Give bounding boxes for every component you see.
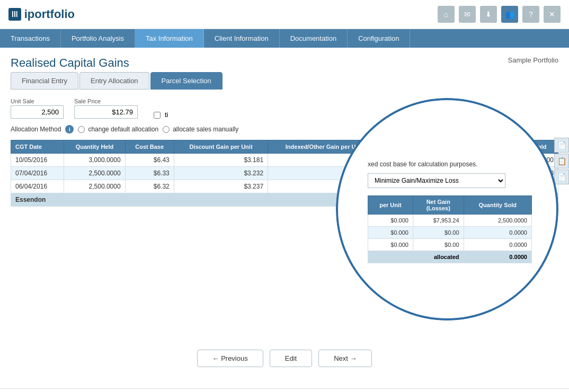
help-icon[interactable]: ? bbox=[522, 6, 539, 23]
allocation-method-label: Allocation Method bbox=[11, 126, 61, 133]
th-cgt-date: CGT Date bbox=[11, 140, 64, 154]
zoom-description: xed cost base for calculation purposes. bbox=[368, 161, 532, 168]
td-cgt-date: 07/04/2016 bbox=[11, 167, 64, 180]
zoom-td-qty-sold: 0.0000 bbox=[464, 239, 531, 251]
nav-configuration[interactable]: Configuration bbox=[348, 29, 410, 48]
nav-transactions[interactable]: Transactions bbox=[0, 29, 61, 48]
unit-sale-label: Unit Sale bbox=[11, 98, 64, 104]
th-cost-base: Cost Base bbox=[125, 140, 174, 154]
unit-sale-input[interactable] bbox=[11, 105, 64, 119]
logo-icon: lll bbox=[8, 8, 21, 21]
zoom-th-per-unit: per Unit bbox=[368, 196, 413, 215]
tab-financial-entry[interactable]: Financial Entry bbox=[11, 72, 78, 90]
zoom-table-row: $0.000 $0.00 0.0000 bbox=[368, 239, 532, 251]
zoom-td-qty-sold: 2,500.0000 bbox=[464, 215, 531, 227]
tabs: Financial Entry Entry Allocation Parcel … bbox=[11, 72, 558, 90]
td-cgt-date: 06/04/2016 bbox=[11, 180, 64, 193]
td-cost-base: $6.32 bbox=[125, 180, 174, 193]
zoom-footer-label: allocated bbox=[368, 251, 464, 263]
zoom-table: per Unit Net Gain(Losses) Quantity Sold … bbox=[368, 195, 532, 263]
zoom-td-per-unit: $0.000 bbox=[368, 227, 413, 239]
td-discount-gain: $3.232 bbox=[174, 167, 268, 180]
sidebar-icons: 📄 📋 📄 bbox=[554, 138, 569, 184]
td-cost-base: $6.43 bbox=[125, 154, 174, 167]
download-icon[interactable]: ⬇ bbox=[480, 6, 497, 23]
td-qty-held: 2,500.0000 bbox=[64, 180, 125, 193]
radio-change-default-label: change default allocation bbox=[88, 126, 158, 133]
zoom-td-qty-sold: 0.0000 bbox=[464, 227, 531, 239]
sale-price-group: Sale Price bbox=[74, 98, 138, 119]
close-icon[interactable]: ✕ bbox=[544, 6, 561, 23]
nav-documentation[interactable]: Documentation bbox=[280, 29, 348, 48]
main-nav: Transactions Portfolio Analysis Tax Info… bbox=[0, 29, 569, 48]
nav-client-information[interactable]: Client Information bbox=[204, 29, 280, 48]
zoom-td-per-unit: $0.000 bbox=[368, 215, 413, 227]
zoom-th-qty-sold: Quantity Sold bbox=[464, 196, 531, 215]
zoom-table-footer: allocated 0.0000 bbox=[368, 251, 532, 263]
zoom-overlay: xed cost base for calculation purposes. … bbox=[336, 98, 558, 320]
th-qty-held: Quantity Held bbox=[64, 140, 125, 154]
tab-entry-allocation[interactable]: Entry Allocation bbox=[79, 72, 149, 90]
portfolio-label: Sample Portfolio bbox=[508, 56, 558, 64]
th-discount-gain: Discount Gain per Unit bbox=[174, 140, 268, 154]
main-content: Realised Capital Gains Sample Portfolio … bbox=[0, 48, 569, 388]
dropdown-row: Minimize Gain/Maximize Loss bbox=[368, 173, 532, 188]
zoom-footer-qty: 0.0000 bbox=[464, 251, 531, 263]
footer: © IPortfolio Pty Ltd 2019. All Rights Re… bbox=[0, 388, 569, 392]
td-cost-base: $6.33 bbox=[125, 167, 174, 180]
sale-price-input[interactable] bbox=[74, 105, 138, 119]
td-discount-gain: $3.237 bbox=[174, 180, 268, 193]
allocation-dropdown[interactable]: Minimize Gain/Maximize Loss bbox=[368, 173, 505, 188]
zoom-td-net-gain: $7,953.24 bbox=[413, 215, 464, 227]
sidebar-icon-1[interactable]: 📄 bbox=[554, 138, 569, 153]
zoom-td-net-gain: $0.00 bbox=[413, 239, 464, 251]
radio-change-default[interactable] bbox=[78, 126, 85, 133]
radio-allocate-manually[interactable] bbox=[163, 126, 170, 133]
home-icon[interactable]: ⌂ bbox=[438, 6, 455, 23]
edit-button[interactable]: Edit bbox=[270, 350, 312, 367]
info-icon[interactable]: i bbox=[65, 125, 74, 133]
users-icon[interactable]: 👥 bbox=[501, 6, 518, 23]
sidebar-icon-3[interactable]: 📄 bbox=[554, 170, 569, 184]
zoom-th-net-gain: Net Gain(Losses) bbox=[413, 196, 464, 215]
zoom-table-row: $0.000 $7,953.24 2,500.0000 bbox=[368, 215, 532, 227]
logo: lll iportfolio bbox=[8, 7, 75, 21]
checkbox-label: ti bbox=[165, 111, 168, 119]
app-name: iportfolio bbox=[24, 7, 75, 21]
zoom-table-row: $0.000 $0.00 0.0000 bbox=[368, 227, 532, 239]
radio-group-1: change default allocation bbox=[78, 126, 158, 133]
radio-allocate-manually-label: allocate sales manually bbox=[173, 126, 238, 133]
previous-button[interactable]: ← Previous bbox=[197, 350, 263, 367]
zoom-td-net-gain: $0.00 bbox=[413, 227, 464, 239]
unit-sale-group: Unit Sale bbox=[11, 98, 64, 119]
sale-price-label: Sale Price bbox=[74, 98, 138, 104]
tab-parcel-selection[interactable]: Parcel Selection bbox=[150, 72, 223, 90]
nav-portfolio-analysis[interactable]: Portfolio Analysis bbox=[61, 29, 135, 48]
header-icons: ⌂ ✉ ⬇ 👥 ? ✕ bbox=[438, 6, 561, 23]
td-cgt-date: 10/05/2016 bbox=[11, 154, 64, 167]
radio-group-2: allocate sales manually bbox=[163, 126, 238, 133]
td-qty-held: 2,500.0000 bbox=[64, 167, 125, 180]
zoom-td-per-unit: $0.000 bbox=[368, 239, 413, 251]
nav-tax-information[interactable]: Tax Information bbox=[135, 29, 204, 48]
page-title: Realised Capital Gains bbox=[11, 56, 558, 70]
header: lll iportfolio ⌂ ✉ ⬇ 👥 ? ✕ bbox=[0, 0, 569, 29]
sidebar-icon-2[interactable]: 📋 bbox=[554, 154, 569, 168]
checkbox-ti[interactable] bbox=[154, 112, 161, 119]
mail-icon[interactable]: ✉ bbox=[459, 6, 476, 23]
td-qty-held: 3,000.0000 bbox=[64, 154, 125, 167]
td-discount-gain: $3.181 bbox=[174, 154, 268, 167]
bottom-bar: ← Previous Edit Next → bbox=[0, 350, 569, 367]
next-button[interactable]: Next → bbox=[318, 350, 372, 367]
